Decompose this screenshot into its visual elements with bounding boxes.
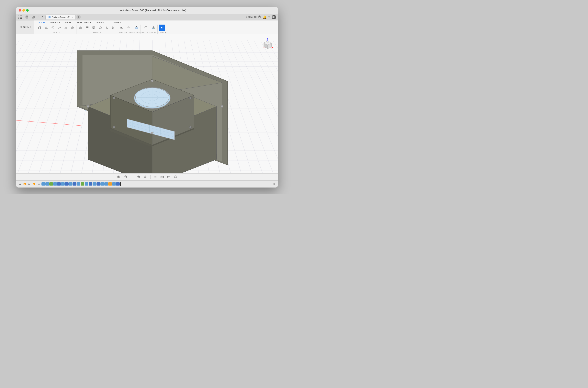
account-button[interactable]: DK <box>272 15 276 19</box>
undo-redo-buttons[interactable] <box>37 15 45 19</box>
draft-button[interactable] <box>104 24 110 31</box>
shell-button[interactable] <box>97 24 103 31</box>
svg-point-69 <box>151 132 153 134</box>
timeline-settings-button[interactable]: ⚙ <box>272 182 276 186</box>
orbit-button[interactable] <box>116 174 121 179</box>
timeline-forward-button[interactable]: ⏩ <box>32 182 36 186</box>
timeline-item[interactable] <box>77 182 80 186</box>
svg-rect-25 <box>154 28 154 29</box>
timeline-item[interactable] <box>69 182 72 186</box>
timeline-item[interactable] <box>96 182 100 186</box>
timeline-item[interactable] <box>81 182 84 186</box>
timeline-item[interactable] <box>61 182 65 186</box>
inspect-group: INSPECT ▾ <box>141 24 149 34</box>
history-button[interactable]: ⏱ <box>258 15 261 19</box>
pan-button[interactable] <box>130 174 135 179</box>
timeline-item[interactable] <box>108 182 112 186</box>
box-button[interactable] <box>69 24 75 31</box>
select-button[interactable] <box>159 24 165 31</box>
timeline-item[interactable] <box>73 182 76 186</box>
timeline-item[interactable] <box>46 182 49 186</box>
look-at-button[interactable] <box>123 174 128 179</box>
timeline-item[interactable] <box>112 182 116 186</box>
document-tab[interactable]: SwitcvhBoard v2* × <box>46 15 76 20</box>
capture-settings-button[interactable] <box>173 174 178 179</box>
timeline-play-button[interactable]: ▶ <box>27 182 31 186</box>
tab-close-button[interactable]: × <box>71 16 73 18</box>
zoom-button[interactable] <box>136 174 141 179</box>
timeline-item[interactable] <box>53 182 57 186</box>
separator <box>150 175 151 179</box>
apps-menu-button[interactable] <box>18 15 23 20</box>
select-group: SELECT ▾ <box>158 24 166 34</box>
tab-sheet-metal[interactable]: SHEET METAL <box>74 21 94 24</box>
press-pull-button[interactable] <box>78 24 84 31</box>
tab-utilities[interactable]: UTILITIES <box>108 21 123 24</box>
timeline-items <box>42 182 271 186</box>
svg-rect-92 <box>154 176 156 177</box>
timeline-item[interactable] <box>65 182 69 186</box>
tab-surface[interactable]: SURFACE <box>47 21 63 24</box>
insert-derive-button[interactable] <box>150 24 157 31</box>
scale-button[interactable] <box>110 24 116 31</box>
design-mode-button[interactable]: DESIGN ▾ <box>16 21 34 34</box>
display-mode-button[interactable] <box>153 174 158 179</box>
svg-rect-14 <box>113 27 114 28</box>
3d-model <box>22 34 278 173</box>
extrude-button[interactable] <box>43 24 49 31</box>
create-group-label: CREATE ▾ <box>52 31 60 33</box>
svg-point-21 <box>121 27 122 28</box>
tab-plastic[interactable]: PLASTIC <box>94 21 108 24</box>
view-cube[interactable]: RIGHT FRONT TOP Z <box>261 37 275 51</box>
timeline-cursor <box>120 182 121 186</box>
timeline-back-button[interactable]: ⏪ <box>23 182 26 186</box>
timeline-item[interactable] <box>104 182 108 186</box>
timeline-start-button[interactable]: ⏮ <box>18 182 22 186</box>
viewport[interactable]: RIGHT FRONT TOP Z <box>16 34 278 173</box>
svg-point-66 <box>151 79 153 82</box>
timeline-item[interactable] <box>93 182 96 186</box>
sweep-button[interactable] <box>56 24 63 31</box>
visual-style-button[interactable] <box>160 174 165 179</box>
timeline-item[interactable] <box>100 182 104 186</box>
fillet-button[interactable] <box>84 24 90 31</box>
new-tab-button[interactable]: + <box>76 15 81 19</box>
joint-button[interactable] <box>118 24 125 31</box>
loft-button[interactable] <box>63 24 69 31</box>
insert-group: INSERT ▾ <box>150 24 158 34</box>
timeline-item[interactable] <box>89 182 92 186</box>
svg-point-82 <box>118 176 120 178</box>
tab-count-badge: ⊞ 10 of 10 <box>246 16 257 19</box>
bottom-toolbar <box>16 173 278 180</box>
revolve-button[interactable] <box>50 24 56 31</box>
svg-rect-7 <box>46 27 47 28</box>
help-button[interactable]: ? <box>268 15 270 19</box>
timeline-item[interactable] <box>57 182 61 186</box>
minimize-button[interactable] <box>23 9 25 12</box>
svg-rect-17 <box>112 28 113 29</box>
offset-plane-button[interactable] <box>133 24 140 31</box>
measure-button[interactable] <box>142 24 148 31</box>
timeline-item[interactable] <box>49 182 53 186</box>
grid-settings-button[interactable] <box>166 174 171 179</box>
design-mode-chevron: ▾ <box>30 26 31 28</box>
tab-mesh[interactable]: MESH <box>63 21 74 24</box>
tab-solid[interactable]: SOLID <box>36 21 47 24</box>
svg-text:Z: Z <box>267 38 268 39</box>
timeline-item[interactable] <box>42 182 45 186</box>
zoom-window-button[interactable] <box>143 174 148 179</box>
new-component-button[interactable] <box>37 24 43 31</box>
maximize-button[interactable] <box>26 9 29 12</box>
save-button[interactable] <box>30 15 36 19</box>
move-button[interactable] <box>125 24 131 31</box>
new-document-button[interactable] <box>24 15 30 19</box>
timeline-item[interactable] <box>85 182 88 186</box>
svg-point-12 <box>65 27 67 27</box>
svg-point-65 <box>189 97 191 99</box>
notification-button[interactable]: 🔔 <box>263 15 267 19</box>
chamfer-button[interactable] <box>91 24 97 31</box>
timeline-end-button[interactable]: ⏭ <box>37 182 41 186</box>
timeline-item[interactable] <box>116 182 120 186</box>
svg-rect-3 <box>32 17 34 18</box>
close-button[interactable] <box>19 9 21 12</box>
